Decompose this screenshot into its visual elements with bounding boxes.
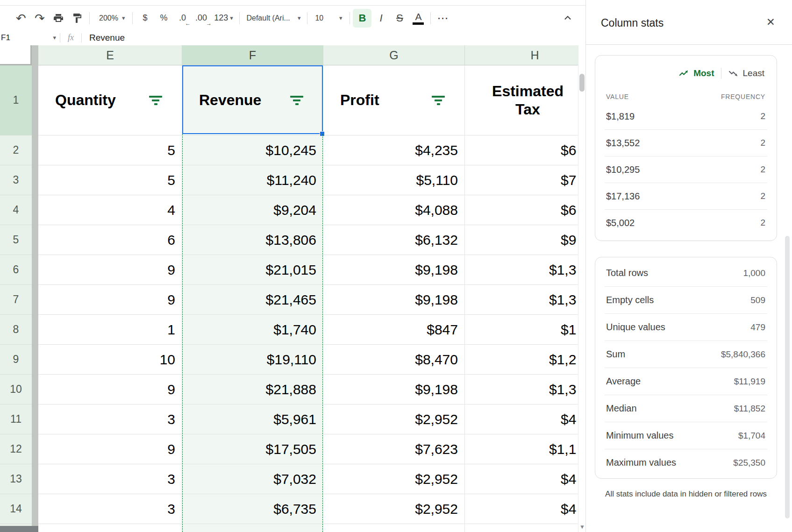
cell-H4[interactable]: $6 [465,195,578,225]
cell-G6[interactable]: $9,198 [323,255,465,285]
row-header-2[interactable]: 2 [0,135,32,165]
undo-button[interactable]: ↶ [12,9,30,28]
cell-E9[interactable]: 10 [38,345,182,375]
filter-icon[interactable] [432,96,445,105]
cell-H10[interactable]: $1,3 [465,375,578,404]
row-header-3[interactable]: 3 [0,165,32,195]
cell-F6[interactable]: $21,015 [182,255,323,285]
cell-G3[interactable]: $5,110 [323,165,465,195]
cell-E10[interactable]: 9 [38,375,182,404]
row-header-9[interactable]: 9 [0,345,32,375]
cell-G14[interactable]: $2,952 [323,494,465,524]
cell-E11[interactable]: 3 [38,404,182,434]
cell-partial[interactable] [465,524,578,532]
cell-G10[interactable]: $9,198 [323,375,465,404]
row-header-10[interactable]: 10 [0,375,32,404]
sheet-vertical-scrollbar[interactable]: ▼ [578,45,585,532]
more-toolbar-button[interactable]: ⋯ [434,9,452,28]
cell-E2[interactable]: 5 [38,135,182,165]
decrease-decimal-button[interactable]: .0← [173,9,192,28]
italic-button[interactable]: I [371,9,390,28]
formula-input[interactable]: Revenue [89,33,125,43]
cell-E3[interactable]: 5 [38,165,182,195]
row-header-6[interactable]: 6 [0,255,32,285]
cell-H5[interactable]: $9 [465,225,578,255]
row-header-1[interactable]: 1 [0,65,32,135]
cell-H1[interactable]: Estimated Tax [465,65,578,135]
cell-E7[interactable]: 9 [38,285,182,315]
column-header-G[interactable]: G [323,45,465,65]
font-size-select[interactable]: 10 ▾ [310,9,347,28]
column-header-F[interactable]: F [182,45,323,65]
cell-E5[interactable]: 6 [38,225,182,255]
row-header-4[interactable]: 4 [0,195,32,225]
cell-H2[interactable]: $6 [465,135,578,165]
cell-H13[interactable]: $4 [465,464,578,494]
redo-button[interactable]: ↷ [30,9,49,28]
cell-F11[interactable]: $5,961 [182,404,323,434]
paint-format-button[interactable] [68,9,86,28]
cell-H7[interactable]: $1,3 [465,285,578,315]
cell-E6[interactable]: 9 [38,255,182,285]
cell-H9[interactable]: $1,2 [465,345,578,375]
cell-partial[interactable] [38,524,182,532]
cell-E1[interactable]: Quantity [38,65,182,135]
cell-F3[interactable]: $11,240 [182,165,323,195]
row-header-11[interactable]: 11 [0,404,32,434]
cell-H12[interactable]: $1,1 [465,434,578,464]
format-currency-button[interactable]: $ [136,9,154,28]
cell-F10[interactable]: $21,888 [182,375,323,404]
font-family-select[interactable]: Default (Ari... ▾ [243,9,304,28]
row-header-8[interactable]: 8 [0,315,32,345]
cell-H14[interactable]: $4 [465,494,578,524]
cell-F9[interactable]: $19,110 [182,345,323,375]
cell-F1-selected[interactable]: Revenue [182,65,323,135]
cell-F5[interactable]: $13,806 [182,225,323,255]
bold-button[interactable]: B [353,9,371,28]
filter-icon[interactable] [290,96,303,105]
most-toggle-button[interactable]: Most [678,68,714,79]
row-header-5[interactable]: 5 [0,225,32,255]
cell-F13[interactable]: $7,032 [182,464,323,494]
row-header-14[interactable]: 14 [0,494,32,524]
zoom-select[interactable]: 200% ▾ [94,9,129,28]
cell-E13[interactable]: 3 [38,464,182,494]
name-box[interactable]: F1 ▾ [0,33,60,43]
cell-H6[interactable]: $1,3 [465,255,578,285]
cell-G7[interactable]: $9,198 [323,285,465,315]
fill-handle[interactable] [320,131,325,136]
text-color-button[interactable]: A [409,9,428,28]
cell-G12[interactable]: $7,623 [323,434,465,464]
row-header-12[interactable]: 12 [0,434,32,464]
format-percent-button[interactable]: % [154,9,173,28]
scrollbar-thumb[interactable] [579,74,585,92]
scroll-down-arrow-icon[interactable]: ▼ [579,524,585,530]
cell-G4[interactable]: $4,088 [323,195,465,225]
cell-G11[interactable]: $2,952 [323,404,465,434]
cell-F14[interactable]: $6,735 [182,494,323,524]
cell-E12[interactable]: 9 [38,434,182,464]
cell-F2[interactable]: $10,245 [182,135,323,165]
collapse-toolbar-button[interactable] [558,8,577,27]
more-formats-button[interactable]: 123 ▾ [210,9,236,28]
cell-E14[interactable]: 3 [38,494,182,524]
cell-F4[interactable]: $9,204 [182,195,323,225]
cell-H11[interactable]: $4 [465,404,578,434]
cell-E4[interactable]: 4 [38,195,182,225]
increase-decimal-button[interactable]: .00→ [192,9,210,28]
cell-partial[interactable] [323,524,465,532]
column-header-H[interactable]: H [465,45,578,65]
cell-G8[interactable]: $847 [323,315,465,345]
cell-H8[interactable]: $1 [465,315,578,345]
row-header-7[interactable]: 7 [0,285,32,315]
cell-G13[interactable]: $2,952 [323,464,465,494]
select-all-corner[interactable] [0,45,32,65]
cell-H3[interactable]: $7 [465,165,578,195]
row-header-13[interactable]: 13 [0,464,32,494]
cell-E8[interactable]: 1 [38,315,182,345]
cell-G5[interactable]: $6,132 [323,225,465,255]
cell-partial[interactable] [182,524,323,532]
panel-scrollbar-thumb[interactable] [785,236,790,518]
least-toggle-button[interactable]: Least [728,68,764,79]
print-button[interactable] [49,9,68,28]
